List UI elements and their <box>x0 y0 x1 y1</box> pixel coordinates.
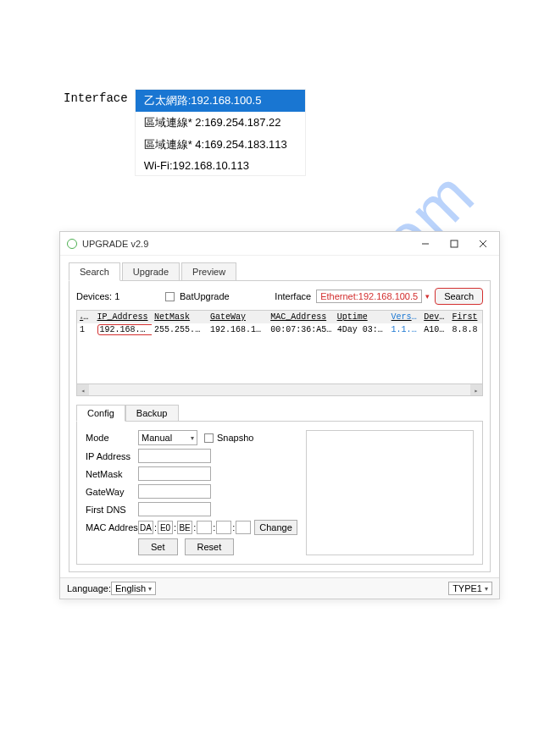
close-button[interactable] <box>469 234 497 254</box>
mac-label: MAC Addres <box>86 522 138 533</box>
interface-dropdown-list[interactable]: 乙太網路:192.168.100.5 區域連線* 2:169.254.187.2… <box>135 89 306 176</box>
col-first[interactable]: First <box>449 311 482 323</box>
gateway-input[interactable] <box>138 484 211 499</box>
svg-rect-1 <box>451 240 458 247</box>
titlebar: UPGRADE v2.9 <box>60 232 499 256</box>
ip-address-label: IP Address <box>86 451 138 461</box>
dropdown-item[interactable]: 區域連線* 2:169.254.187.22 <box>136 112 305 134</box>
cell-no: 1 <box>77 323 95 336</box>
devices-count-label: Devices: 1 <box>76 291 119 301</box>
app-window: UPGRADE v2.9 Search Upgrade Preview <box>59 231 500 599</box>
mac-input-6[interactable] <box>236 521 251 534</box>
chevron-down-icon: ▾ <box>191 434 194 442</box>
interface-toolbar-label: Interface <box>275 291 311 301</box>
col-gateway[interactable]: GateWay <box>208 311 268 323</box>
interface-dropdown-block: Interface 乙太網路:192.168.100.5 區域連線* 2:169… <box>64 89 533 176</box>
dropdown-item[interactable]: 區域連線* 4:169.254.183.113 <box>136 134 305 156</box>
minimize-button[interactable] <box>411 234 440 254</box>
tab-preview[interactable]: Preview <box>181 262 236 281</box>
netmask-input[interactable] <box>138 466 211 481</box>
gateway-label: GateWay <box>86 487 138 497</box>
batupgrade-checkbox[interactable] <box>165 292 175 301</box>
cell-mac: 00:07:36:A5:6D… <box>268 323 334 336</box>
tab-backup[interactable]: Backup <box>125 405 179 422</box>
batupgrade-label: BatUpgrade <box>180 291 230 301</box>
cell-device: A10.D <box>421 323 449 336</box>
change-button[interactable]: Change <box>254 520 297 535</box>
maximize-button[interactable] <box>440 234 469 254</box>
chevron-down-icon[interactable]: ▾ <box>425 292 430 301</box>
devices-table: No IP_Address NetMask GateWay MAC_Addres… <box>76 310 483 396</box>
mode-select[interactable]: Manual ▾ <box>138 430 197 445</box>
config-panel: Mode Manual ▾ Snapsho IP Address <box>76 421 483 565</box>
search-tab-content: Devices: 1 BatUpgrade Interface Ethernet… <box>69 280 491 572</box>
mac-input-5[interactable] <box>216 521 231 534</box>
main-tab-bar: Search Upgrade Preview <box>69 262 491 280</box>
scroll-left-icon[interactable]: ◂ <box>77 384 89 396</box>
interface-select[interactable]: Ethernet:192.168.100.5 <box>316 290 422 303</box>
cell-version: 1.1.35 <box>389 323 422 336</box>
col-netmask[interactable]: NetMask <box>152 311 208 323</box>
firstdns-input[interactable] <box>138 502 211 516</box>
type-select[interactable]: TYPE1 ▾ <box>448 582 492 595</box>
snapshot-label: Snapsho <box>217 433 253 443</box>
cell-first: 8.8.8 <box>449 323 482 336</box>
preview-panel <box>306 430 474 555</box>
language-label: Language: <box>67 583 111 593</box>
tab-search[interactable]: Search <box>69 262 120 281</box>
col-uptime[interactable]: Uptime <box>335 311 389 323</box>
mac-input-2[interactable] <box>158 521 173 534</box>
mac-input-3[interactable] <box>177 521 192 534</box>
search-button[interactable]: Search <box>435 288 483 305</box>
tab-upgrade[interactable]: Upgrade <box>122 262 180 281</box>
scroll-right-icon[interactable]: ▸ <box>470 384 482 396</box>
ip-address-input[interactable] <box>138 449 211 463</box>
statusbar: Language: English ▾ TYPE1 ▾ <box>60 577 499 599</box>
interface-label: Interface <box>64 89 128 105</box>
col-no[interactable]: No <box>77 311 95 323</box>
col-device[interactable]: Device <box>421 311 449 323</box>
netmask-label: NetMask <box>86 469 138 479</box>
horizontal-scrollbar[interactable]: ◂ ▸ <box>77 384 482 395</box>
col-mac[interactable]: MAC_Address <box>268 311 334 323</box>
sub-tab-bar: Config Backup <box>76 405 483 421</box>
mac-input-4[interactable] <box>197 521 212 534</box>
chevron-down-icon: ▾ <box>485 585 488 593</box>
reset-button[interactable]: Reset <box>185 538 235 555</box>
cell-ip: 192.168.100… <box>95 323 153 336</box>
cell-gateway: 192.168.100… <box>208 323 268 336</box>
dropdown-item[interactable]: Wi-Fi:192.168.10.113 <box>136 156 305 175</box>
col-version[interactable]: Versio <box>389 311 422 323</box>
dropdown-item-selected[interactable]: 乙太網路:192.168.100.5 <box>136 90 305 112</box>
col-ip[interactable]: IP_Address <box>95 311 153 323</box>
firstdns-label: First DNS <box>86 505 138 515</box>
mac-input-1[interactable] <box>138 521 153 534</box>
app-icon <box>67 239 77 249</box>
window-title: UPGRADE v2.9 <box>82 239 411 249</box>
table-row[interactable]: 1 192.168.100… 255.255.255… 192.168.100…… <box>77 323 482 336</box>
tab-config[interactable]: Config <box>76 405 125 422</box>
snapshot-checkbox[interactable] <box>204 433 214 443</box>
table-blank-area <box>77 336 482 384</box>
cell-netmask: 255.255.255… <box>152 323 208 336</box>
cell-uptime: 4Day 03:04… <box>335 323 389 336</box>
table-header[interactable]: No IP_Address NetMask GateWay MAC_Addres… <box>77 311 482 323</box>
mode-label: Mode <box>86 433 138 443</box>
set-button[interactable]: Set <box>138 538 178 555</box>
chevron-down-icon: ▾ <box>148 585 152 593</box>
language-select[interactable]: English ▾ <box>111 582 156 595</box>
